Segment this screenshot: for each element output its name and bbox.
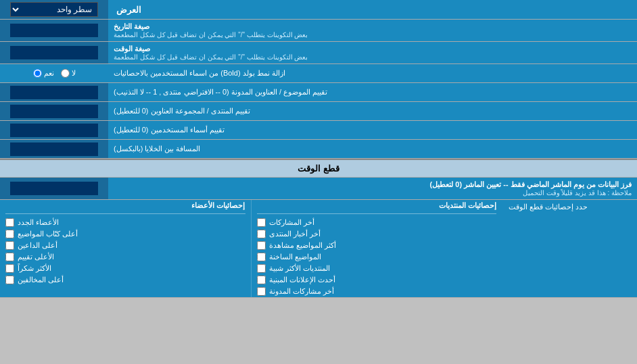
cb-top-violators: أعلى المخالفين — [5, 274, 245, 286]
cb-forum-news: أخر أخبار المنتدى — [257, 228, 497, 240]
checkbox-top-rated[interactable] — [5, 253, 14, 261]
members-checkbox-col: إحصائيات الأعضاء الأعضاء الجدد أعلى كتّا… — [0, 200, 251, 297]
date-format-row: صيغة التاريخ بعض التكوينات يتطلب "/" الت… — [0, 20, 637, 42]
user-names-row: تقييم أسماء المستخدمين (0 للتعطيل) 0 — [0, 121, 637, 140]
cb-last-posts: أخر المشاركات — [257, 217, 497, 228]
user-names-input[interactable]: 0 — [10, 124, 98, 137]
cb-hot-topics: المواضيع الساخنة — [257, 251, 497, 263]
forum-group-label: تقييم المنتدى / المجموعة العناوين (0 للت… — [108, 102, 637, 120]
radio-yes[interactable] — [33, 69, 42, 78]
cutoff-section-header: قطع الوقت — [0, 159, 637, 178]
topic-address-row: تقييم الموضوع / العناوين المدونة (0 -- ا… — [0, 83, 637, 102]
topic-address-input-cell: 33 — [0, 83, 108, 101]
checkbox-latest-announcements[interactable] — [257, 276, 266, 284]
checkbox-hot-topics[interactable] — [257, 253, 266, 261]
checkbox-top-violators[interactable] — [5, 276, 14, 284]
cb-blog-posts: أخر مشاركات المدونة — [257, 286, 497, 297]
cb-similar-forums: المنتديات الأكثر شبية — [257, 263, 497, 274]
checkbox-similar-forums[interactable] — [257, 264, 266, 273]
date-format-input[interactable]: d-m — [10, 24, 98, 37]
checkbox-top-inviters[interactable] — [5, 241, 14, 250]
cb-top-rated: الأعلى تقييم — [5, 251, 245, 263]
radio-no[interactable] — [61, 69, 70, 78]
forum-group-row: تقييم المنتدى / المجموعة العناوين (0 للت… — [0, 102, 637, 121]
bold-remove-label: ازالة نمط بولد (Bold) من اسماء المستخدمي… — [108, 64, 637, 82]
cell-distance-label: المسافة بين الخلايا (بالبكسل) — [108, 140, 637, 158]
topic-address-label: تقييم الموضوع / العناوين المدونة (0 -- ا… — [108, 83, 637, 101]
checkbox-top-topic-writers[interactable] — [5, 230, 14, 238]
checkbox-forum-news[interactable] — [257, 230, 266, 238]
cutoff-input[interactable]: 0 — [10, 182, 98, 195]
radio-yes-label: نعم — [33, 69, 54, 78]
bold-remove-row: ازالة نمط بولد (Bold) من اسماء المستخدمي… — [0, 64, 637, 83]
posts-col-header: إحصائيات المنتديات — [257, 200, 497, 214]
user-names-input-cell: 0 — [0, 121, 108, 139]
cell-distance-input-cell: 2 — [0, 140, 108, 158]
date-format-input-cell: d-m — [0, 20, 108, 41]
cell-distance-row: المسافة بين الخلايا (بالبكسل) 2 — [0, 140, 637, 159]
display-label-text: العرض — [116, 5, 141, 15]
cutoff-input-cell: 0 — [0, 178, 108, 199]
cell-distance-input[interactable]: 2 — [10, 142, 98, 156]
time-format-row: صيغة الوقت بعض التكوينات يتطلب "/" التي … — [0, 42, 637, 64]
cb-latest-announcements: أحدث الإعلانات المبنية — [257, 274, 497, 286]
time-format-label: صيغة الوقت بعض التكوينات يتطلب "/" التي … — [108, 42, 637, 63]
radio-no-label: لا — [61, 69, 76, 78]
topic-address-input[interactable]: 33 — [10, 86, 98, 99]
user-names-label: تقييم أسماء المستخدمين (0 للتعطيل) — [108, 121, 637, 139]
checkboxes-section: حدد إحصائيات قطع الوقت إحصائيات المنتديا… — [0, 200, 637, 298]
stats-define-label: حدد إحصائيات قطع الوقت — [502, 200, 637, 297]
cb-top-inviters: أعلى الداعين — [5, 240, 245, 251]
date-format-label: صيغة التاريخ بعض التكوينات يتطلب "/" الت… — [108, 20, 637, 41]
checkbox-new-members[interactable] — [5, 218, 14, 227]
display-input-cell: سطر واحد سطرين ثلاثة أسطر — [0, 0, 108, 19]
cb-new-members: الأعضاء الجدد — [5, 217, 245, 228]
time-format-input[interactable]: H:i — [10, 46, 98, 59]
display-row: العرض سطر واحد سطرين ثلاثة أسطر — [0, 0, 637, 20]
checkbox-last-posts[interactable] — [257, 218, 266, 227]
posts-checkbox-col: إحصائيات المنتديات أخر المشاركات أخر أخب… — [251, 200, 502, 297]
display-label: العرض — [108, 0, 637, 19]
forum-group-input[interactable]: 33 — [10, 105, 98, 118]
cutoff-label: فرز البيانات من يوم الماشر الماضي فقط --… — [108, 178, 637, 199]
forum-group-input-cell: 33 — [0, 102, 108, 120]
members-col-header: إحصائيات الأعضاء — [5, 200, 245, 214]
checkbox-most-thanked[interactable] — [5, 264, 14, 273]
bold-remove-radio-cell: نعم لا — [0, 64, 108, 82]
cb-most-thanked: الأكثر شكراً — [5, 263, 245, 274]
cutoff-row: فرز البيانات من يوم الماشر الماضي فقط --… — [0, 178, 637, 200]
checkbox-blog-posts[interactable] — [257, 287, 266, 296]
cb-top-topic-writers: أعلى كتّاب المواضيع — [5, 228, 245, 240]
time-format-input-cell: H:i — [0, 42, 108, 63]
checkbox-most-viewed[interactable] — [257, 241, 266, 250]
display-select[interactable]: سطر واحد سطرين ثلاثة أسطر — [10, 2, 98, 17]
cb-most-viewed: أكثر المواضيع مشاهدة — [257, 240, 497, 251]
